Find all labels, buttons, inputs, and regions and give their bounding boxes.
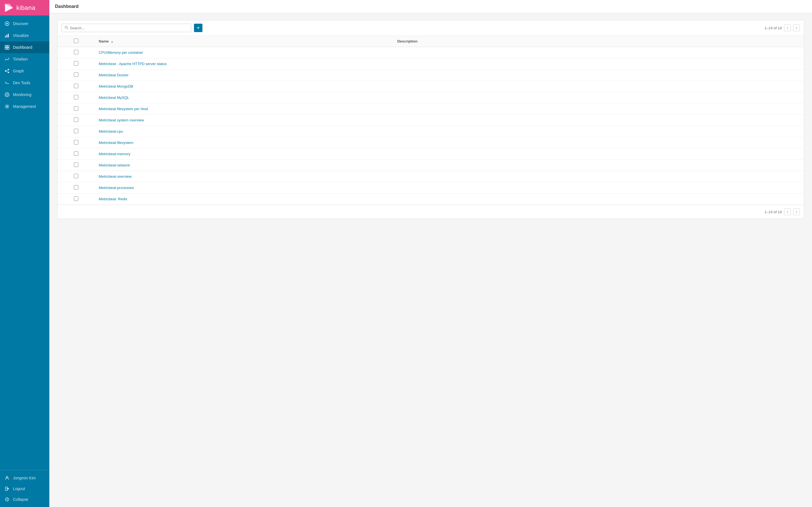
prev-page-button-bottom[interactable] <box>784 209 791 215</box>
row-checkbox-9[interactable] <box>74 151 79 156</box>
timelion-icon <box>4 57 10 62</box>
user-item[interactable]: Jongmin Kim <box>0 473 49 483</box>
row-name-cell[interactable]: Metricbeat-filesystem <box>95 137 393 149</box>
row-name-cell[interactable]: Metricbeat filesystem per Host <box>95 103 393 115</box>
table-row: Metricbeat - Apache HTTPD server status <box>57 58 804 69</box>
devtools-icon <box>4 80 10 86</box>
management-label: Management <box>13 104 36 109</box>
row-desc-cell <box>393 69 804 81</box>
management-icon <box>4 104 10 109</box>
header-name-col: Name ▲ <box>95 36 393 47</box>
pagination-top: 1–14 of 14 <box>765 24 800 31</box>
next-page-button-top[interactable] <box>793 24 800 31</box>
name-col-label: Name <box>99 39 109 43</box>
header-row: Name ▲ Description <box>57 36 804 47</box>
pagination-label-bottom: 1–14 of 14 <box>765 210 782 214</box>
sidebar-item-timelion[interactable]: Timelion <box>0 53 49 65</box>
row-name-cell[interactable]: Metricbeat-processes <box>95 182 393 193</box>
main-content: Dashboard + 1–14 of 14 <box>49 0 812 507</box>
row-checkbox-7[interactable] <box>74 129 79 133</box>
dashboard-label: Dashboard <box>13 45 33 50</box>
row-desc-cell <box>393 193 804 205</box>
row-name-cell[interactable]: CPU/Memory per container <box>95 47 393 58</box>
user-label: Jongmin Kim <box>13 476 36 480</box>
svg-point-3 <box>6 23 8 24</box>
row-name-cell[interactable]: Metricbeat MongoDB <box>95 81 393 92</box>
row-name-cell[interactable]: Metricbeat MySQL <box>95 92 393 103</box>
table-row: Metricbeat filesystem per Host <box>57 103 804 115</box>
row-name-cell[interactable]: Metricbeat Docker <box>95 69 393 81</box>
graph-label: Graph <box>13 69 24 73</box>
svg-point-17 <box>5 93 9 97</box>
table-header: Name ▲ Description <box>57 36 804 47</box>
row-desc-cell <box>393 81 804 92</box>
sidebar-item-discover[interactable]: Discover <box>0 18 49 30</box>
search-box[interactable] <box>61 24 191 32</box>
row-checkbox-11[interactable] <box>74 174 79 178</box>
dashboard-table-container: + 1–14 of 14 <box>57 20 804 219</box>
row-checkbox-cell <box>57 171 95 182</box>
row-name-cell[interactable]: Metricbeat-cpu <box>95 126 393 137</box>
row-checkbox-cell <box>57 115 95 126</box>
pagination-label-top: 1–14 of 14 <box>765 26 782 30</box>
sidebar-item-dashboard[interactable]: Dashboard <box>0 41 49 53</box>
table-body: CPU/Memory per containerMetricbeat - Apa… <box>57 47 804 205</box>
svg-point-11 <box>5 70 6 72</box>
logo-area[interactable]: kibana <box>0 0 49 15</box>
graph-icon <box>4 68 10 73</box>
row-name-cell[interactable]: Metricbeat-overview <box>95 171 393 182</box>
row-checkbox-13[interactable] <box>74 196 79 201</box>
row-checkbox-0[interactable] <box>74 50 79 54</box>
row-checkbox-2[interactable] <box>74 72 79 77</box>
row-checkbox-8[interactable] <box>74 140 79 145</box>
row-name-cell[interactable]: Metricbeat-memory <box>95 149 393 160</box>
svg-line-25 <box>67 28 68 29</box>
kibana-logo-text: kibana <box>16 4 36 11</box>
row-desc-cell <box>393 149 804 160</box>
page-title: Dashboard <box>55 4 79 9</box>
table-row: Metricbeat MySQL <box>57 92 804 103</box>
next-page-button-bottom[interactable] <box>793 209 800 215</box>
row-name-cell[interactable]: Metricbeat system overview <box>95 115 393 126</box>
table-row: Metricbeat Docker <box>57 69 804 81</box>
row-desc-cell <box>393 92 804 103</box>
logout-item[interactable]: Logout <box>0 483 49 494</box>
search-input[interactable] <box>70 26 188 30</box>
row-checkbox-3[interactable] <box>74 83 79 88</box>
row-checkbox-10[interactable] <box>74 163 79 167</box>
add-button[interactable]: + <box>194 24 202 32</box>
timelion-label: Timelion <box>13 57 28 61</box>
sidebar-item-visualize[interactable]: Visualize <box>0 30 49 41</box>
sidebar-item-management[interactable]: Management <box>0 101 49 112</box>
desc-col-label: Description <box>397 39 417 43</box>
row-checkbox-cell <box>57 137 95 149</box>
collapse-item[interactable]: Collapse <box>0 494 49 505</box>
select-all-checkbox[interactable] <box>74 39 79 43</box>
prev-page-button-top[interactable] <box>784 24 791 31</box>
row-name-cell[interactable]: Metricbeat-network <box>95 160 393 171</box>
row-checkbox-4[interactable] <box>74 95 79 100</box>
row-checkbox-6[interactable] <box>74 117 79 122</box>
row-checkbox-cell <box>57 182 95 193</box>
svg-point-18 <box>6 94 8 96</box>
svg-rect-6 <box>8 34 9 38</box>
toolbar: + 1–14 of 14 <box>57 20 804 36</box>
row-checkbox-cell <box>57 47 95 58</box>
sidebar-item-devtools[interactable]: Dev Tools <box>0 77 49 89</box>
sidebar-item-graph[interactable]: Graph <box>0 65 49 77</box>
table-row: Metricbeat-memory <box>57 149 804 160</box>
row-name-cell[interactable]: Metricbeat - Apache HTTPD server status <box>95 58 393 69</box>
row-desc-cell <box>393 126 804 137</box>
row-desc-cell <box>393 182 804 193</box>
row-checkbox-1[interactable] <box>74 61 79 66</box>
row-checkbox-12[interactable] <box>74 185 79 189</box>
header-checkbox-col <box>57 36 95 47</box>
row-checkbox-5[interactable] <box>74 106 79 111</box>
monitoring-label: Monitoring <box>13 93 31 97</box>
table-row: Metricbeat-overview <box>57 171 804 182</box>
row-name-cell[interactable]: Metricbeat: Redis <box>95 193 393 205</box>
visualize-icon <box>4 33 10 38</box>
table-row: Metricbeat: Redis <box>57 193 804 205</box>
sidebar-item-monitoring[interactable]: Monitoring <box>0 89 49 101</box>
svg-rect-8 <box>7 45 9 47</box>
